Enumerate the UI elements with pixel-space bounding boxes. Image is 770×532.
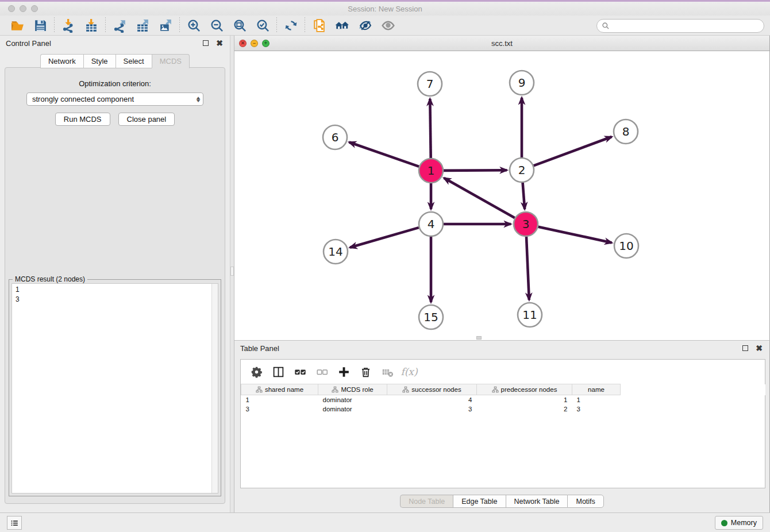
tab-motifs[interactable]: Motifs	[567, 495, 603, 508]
run-mcds-button[interactable]: Run MCDS	[55, 113, 110, 126]
graph-edge-2-8[interactable]	[534, 137, 612, 165]
add-row-icon	[338, 366, 350, 378]
column-header-name[interactable]: name	[572, 384, 621, 395]
graph-node-8[interactable]: 8	[614, 119, 638, 144]
graph-node-14[interactable]: 14	[324, 240, 348, 264]
zoom-selected-button[interactable]	[251, 17, 274, 34]
graph-node-11[interactable]: 11	[518, 303, 542, 327]
tab-select[interactable]: Select	[116, 54, 152, 68]
doc-share-button[interactable]	[307, 17, 330, 34]
table-row[interactable]: 3dominator323	[241, 404, 765, 414]
graph-node-2[interactable]: 2	[510, 158, 534, 182]
task-history-button[interactable]	[7, 516, 22, 530]
graph-node-10[interactable]: 10	[614, 234, 638, 258]
column-header-successor-nodes[interactable]: successor nodes	[387, 384, 477, 395]
node-table[interactable]: shared nameMCDS rolesuccessor nodesprede…	[241, 384, 765, 414]
zoom-out-button[interactable]	[205, 17, 228, 34]
close-panel-button[interactable]: Close panel	[118, 113, 175, 126]
zoom-fit-button[interactable]	[228, 17, 251, 34]
table-float-panel-icon[interactable]	[741, 344, 750, 353]
table-cell[interactable]: 3	[387, 404, 477, 414]
tab-network-table[interactable]: Network Table	[506, 495, 568, 508]
graph-node-9[interactable]: 9	[510, 71, 534, 95]
column-header-predecessor-nodes[interactable]: predecessor nodes	[477, 384, 572, 395]
graph[interactable]: 7968124314101511	[234, 51, 770, 340]
zoom-in-button[interactable]	[182, 17, 205, 34]
tab-network[interactable]: Network	[40, 54, 83, 68]
result-scrollbar[interactable]	[211, 284, 218, 493]
graph-node-7[interactable]: 7	[418, 72, 442, 96]
table-cell[interactable]: dominator	[318, 395, 387, 404]
toolbar-separator	[276, 17, 277, 33]
delete-table-button[interactable]	[378, 363, 397, 380]
table-cell[interactable]: 1	[477, 395, 572, 404]
tab-node-table[interactable]: Node Table	[400, 495, 453, 508]
canvas-scroll-nub[interactable]	[476, 336, 482, 340]
table-cell[interactable]: dominator	[318, 404, 387, 414]
graph-edge-1-7[interactable]	[430, 99, 430, 158]
tab-mcds[interactable]: MCDS	[152, 54, 190, 68]
export-network-button[interactable]	[108, 17, 131, 34]
graph-edge-1-2[interactable]	[444, 170, 507, 171]
optimization-criterion-select[interactable]: strongly connected component ▲▼	[26, 92, 203, 106]
panel-splitter[interactable]	[230, 36, 234, 512]
export-table-button[interactable]	[131, 17, 154, 34]
refresh-button[interactable]	[279, 17, 302, 34]
fx-button[interactable]: f(x)	[399, 363, 419, 380]
network-canvas[interactable]: 7968124314101511	[234, 51, 769, 340]
deselect-all-checks-button[interactable]	[312, 363, 332, 380]
zoom-in-icon	[187, 18, 201, 33]
graph-node-1[interactable]: 1	[419, 159, 443, 183]
control-panel: Control Panel ✖ NetworkStyleSelectMCDS O…	[0, 36, 230, 512]
select-all-checks-button[interactable]	[290, 363, 310, 380]
graph-node-6[interactable]: 6	[323, 125, 347, 149]
eye-button[interactable]	[376, 17, 399, 34]
table-cell[interactable]: 3	[241, 404, 318, 414]
graph-edge-3-10[interactable]	[538, 227, 612, 243]
import-table-button[interactable]	[80, 17, 103, 34]
network-window-titlebar[interactable]: ✕ – + scc.txt	[234, 36, 769, 51]
table-close-panel-icon[interactable]: ✖	[754, 344, 764, 353]
graph-node-15[interactable]: 15	[419, 305, 443, 329]
table-cell[interactable]: 2	[477, 404, 572, 414]
float-panel-icon[interactable]	[201, 38, 210, 48]
home-pair-button[interactable]	[330, 17, 353, 34]
memory-button[interactable]: Memory	[715, 516, 763, 530]
import-network-button[interactable]	[57, 17, 80, 34]
search-input[interactable]	[610, 20, 764, 32]
table-row[interactable]: 1dominator411	[241, 395, 765, 404]
control-panel-title: Control Panel	[6, 39, 51, 48]
optimization-criterion-label: Optimization criterion:	[5, 79, 225, 88]
table-cell[interactable]: 4	[387, 395, 477, 404]
tab-style[interactable]: Style	[83, 54, 116, 68]
graph-edge-4-14[interactable]	[350, 228, 419, 248]
add-row-button[interactable]	[334, 363, 353, 380]
open-folder-icon	[10, 18, 25, 33]
table-cell[interactable]: 3	[572, 404, 621, 414]
save-button[interactable]	[29, 17, 52, 34]
close-panel-icon[interactable]: ✖	[215, 38, 224, 48]
search-input-wrap[interactable]	[596, 19, 764, 33]
tab-edge-table[interactable]: Edge Table	[453, 495, 505, 508]
export-image-button[interactable]	[154, 17, 177, 34]
gear-button[interactable]	[247, 363, 266, 380]
graph-node-label: 1	[428, 164, 435, 178]
mcds-result-area[interactable]: 13	[11, 283, 218, 494]
graph-node-4[interactable]: 4	[419, 212, 443, 236]
graph-edge-3-1[interactable]	[444, 178, 515, 218]
graph-node-3[interactable]: 3	[514, 212, 538, 236]
column-header-MCDS-role[interactable]: MCDS role	[318, 384, 387, 395]
export-network-icon	[113, 18, 127, 33]
splitter-grip[interactable]	[230, 267, 234, 276]
open-folder-button[interactable]	[6, 17, 29, 34]
table-cell[interactable]: 1	[572, 395, 621, 404]
hide-annotations-button[interactable]	[353, 17, 376, 34]
columns-button[interactable]	[268, 363, 288, 380]
column-header-shared-name[interactable]: shared name	[241, 384, 318, 395]
delete-row-button[interactable]	[356, 363, 375, 380]
graph-edge-2-3[interactable]	[523, 183, 525, 209]
table-cell[interactable]: 1	[241, 395, 318, 404]
task-list-icon	[10, 518, 20, 528]
graph-edge-1-6[interactable]	[349, 142, 419, 167]
graph-edge-3-11[interactable]	[526, 237, 529, 300]
